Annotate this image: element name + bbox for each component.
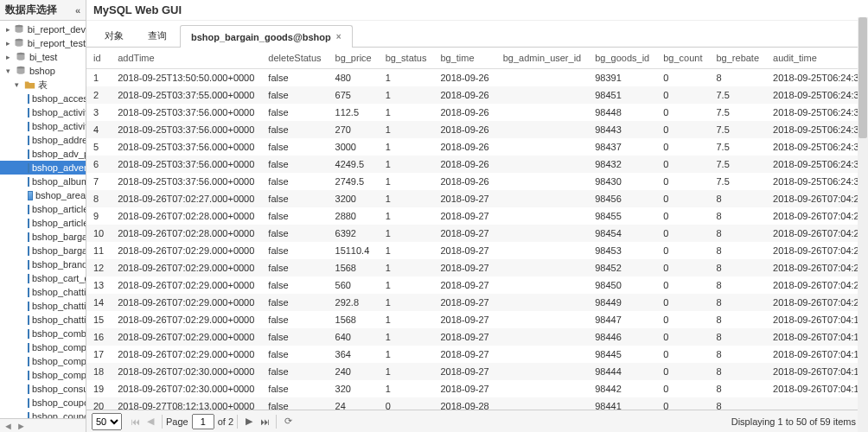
cell: 1568 bbox=[329, 259, 379, 276]
col-header[interactable]: deleteStatus bbox=[261, 48, 328, 69]
prev-page-icon[interactable]: ◀ bbox=[143, 414, 158, 429]
expand-icon[interactable]: ▸ bbox=[3, 39, 12, 48]
col-header[interactable]: addTime bbox=[111, 48, 261, 69]
cell: 2018-09-27 bbox=[433, 363, 495, 380]
collapse-icon[interactable]: « bbox=[75, 5, 80, 16]
refresh-icon[interactable]: ⟳ bbox=[280, 414, 296, 429]
table-node[interactable]: bshop_activity_goo bbox=[0, 119, 86, 133]
table-node[interactable]: bshop_consult bbox=[0, 382, 86, 396]
cell: 0 bbox=[656, 138, 709, 156]
expand-icon[interactable]: ▾ bbox=[12, 80, 22, 90]
scroll-left-icon[interactable]: ◄ bbox=[3, 421, 13, 431]
table-row[interactable]: 102018-09-26T07:02:28.000+0000false63921… bbox=[86, 225, 868, 242]
cell: 2018-09-27 bbox=[433, 276, 495, 294]
tab-objects[interactable]: 对象 bbox=[93, 24, 135, 47]
cell bbox=[496, 173, 589, 190]
table-node[interactable]: bshop_articleclass bbox=[0, 216, 86, 230]
table-node[interactable]: bshop_chattinglog bbox=[0, 313, 86, 327]
table-node[interactable]: bshop_complaint_g bbox=[0, 354, 86, 368]
table-icon bbox=[28, 329, 29, 339]
tab-result[interactable]: bshop_bargain_goods@bshop × bbox=[180, 25, 353, 48]
next-page-icon[interactable]: ▶ bbox=[241, 414, 257, 429]
table-row[interactable]: 162018-09-26T07:02:29.000+0000false64012… bbox=[86, 328, 868, 346]
page-input[interactable] bbox=[192, 414, 214, 429]
vertical-scrollbar[interactable] bbox=[858, 17, 868, 432]
scroll-right-icon[interactable]: ► bbox=[16, 421, 26, 431]
table-row[interactable]: 52018-09-25T03:37:56.000+0000false300012… bbox=[86, 138, 868, 156]
table-node[interactable]: bshop_accessory bbox=[0, 92, 86, 105]
cell: 2018-09-25T03:37:56.000+0000 bbox=[111, 173, 261, 190]
cell: 98437 bbox=[588, 138, 656, 156]
col-header[interactable]: bg_status bbox=[379, 48, 434, 69]
cell: 1 bbox=[379, 69, 434, 87]
cell: 2018-09-27 bbox=[433, 311, 495, 328]
table-node[interactable]: bshop_activity bbox=[0, 105, 86, 119]
table-row[interactable]: 62018-09-25T03:37:56.000+0000false4249.5… bbox=[86, 156, 868, 173]
table-row[interactable]: 42018-09-25T03:37:56.000+0000false270120… bbox=[86, 121, 868, 138]
table-label: bshop_accessory bbox=[32, 93, 86, 104]
expand-icon[interactable]: ▸ bbox=[3, 53, 13, 62]
table-row[interactable]: 112018-09-26T07:02:29.000+0000false15110… bbox=[86, 242, 868, 259]
table-node[interactable]: bshop_coupon bbox=[0, 396, 86, 410]
table-row[interactable]: 32018-09-25T03:37:56.000+0000false112.51… bbox=[86, 104, 868, 121]
table-node[interactable]: bshop_complaint_su bbox=[0, 368, 86, 382]
table-row[interactable]: 182018-09-26T07:02:30.000+0000false24012… bbox=[86, 363, 868, 380]
col-header[interactable]: bg_price bbox=[329, 48, 379, 69]
db-node[interactable]: ▾bshop bbox=[0, 64, 86, 78]
table-row[interactable]: 22018-09-25T03:37:55.000+0000false675120… bbox=[86, 86, 868, 104]
col-header[interactable]: bg_goods_id bbox=[588, 48, 656, 69]
table-node[interactable]: bshop_area bbox=[0, 188, 86, 202]
table-label: bshop_area bbox=[35, 190, 86, 200]
table-row[interactable]: 122018-09-26T07:02:29.000+0000false15681… bbox=[86, 259, 868, 276]
table-node[interactable]: bshop_combin_log bbox=[0, 327, 86, 340]
data-grid[interactable]: idaddTimedeleteStatusbg_pricebg_statusbg… bbox=[86, 48, 868, 410]
table-row[interactable]: 172018-09-26T07:02:29.000+0000false36412… bbox=[86, 346, 868, 363]
col-header[interactable]: bg_rebate bbox=[710, 48, 767, 69]
cell: 7.5 bbox=[710, 86, 767, 104]
table-label: bshop_coupon bbox=[32, 397, 86, 408]
table-row[interactable]: 152018-09-26T07:02:29.000+0000false15681… bbox=[86, 311, 868, 328]
table-node[interactable]: bshop_article bbox=[0, 202, 86, 216]
first-page-icon[interactable]: ⏮ bbox=[127, 414, 143, 429]
table-node[interactable]: bshop_chatting bbox=[0, 285, 86, 299]
col-header[interactable]: bg_admin_user_id bbox=[496, 48, 589, 69]
table-node[interactable]: bshop_chattingfrien bbox=[0, 299, 86, 313]
cell: 560 bbox=[329, 276, 379, 294]
tables-folder[interactable]: ▾表 bbox=[0, 78, 86, 92]
col-header[interactable]: bg_time bbox=[433, 48, 495, 69]
table-row[interactable]: 142018-09-26T07:02:29.000+0000false292.8… bbox=[86, 294, 868, 311]
table-node[interactable]: bshop_complaint bbox=[0, 340, 86, 354]
table-row[interactable]: 132018-09-26T07:02:29.000+0000false56012… bbox=[86, 276, 868, 294]
table-label: bshop_bargain_goo bbox=[32, 245, 86, 256]
table-node[interactable]: bshop_brandcategor bbox=[0, 257, 86, 271]
db-node[interactable]: ▸bi_report_test bbox=[0, 36, 86, 50]
table-row[interactable]: 72018-09-25T03:37:56.000+0000false2749.5… bbox=[86, 173, 868, 190]
expand-icon[interactable]: ▾ bbox=[3, 67, 13, 76]
db-node[interactable]: ▸bi_report_dev bbox=[0, 22, 86, 36]
page-size-select[interactable]: 50 bbox=[92, 413, 122, 430]
expand-icon[interactable]: ▸ bbox=[3, 25, 12, 35]
table-row[interactable]: 202018-09-27T08:12:13.000+0000false24020… bbox=[86, 397, 868, 410]
table-node[interactable]: bshop_bargain bbox=[0, 230, 86, 244]
table-node[interactable]: bshop_adv_pos bbox=[0, 147, 86, 161]
table-row[interactable]: 12018-09-25T13:50:50.000+0000false480120… bbox=[86, 69, 868, 87]
cell bbox=[496, 190, 589, 207]
table-row[interactable]: 92018-09-26T07:02:28.000+0000false288012… bbox=[86, 207, 868, 225]
table-node[interactable]: bshop_coupon_info bbox=[0, 410, 86, 418]
table-node[interactable]: bshop_bargain_goo bbox=[0, 244, 86, 257]
table-row[interactable]: 82018-09-26T07:02:27.000+0000false320012… bbox=[86, 190, 868, 207]
table-row[interactable]: 192018-09-26T07:02:30.000+0000false32012… bbox=[86, 380, 868, 397]
tab-query[interactable]: 查询 bbox=[137, 24, 178, 47]
table-icon bbox=[28, 149, 29, 159]
last-page-icon[interactable]: ⏭ bbox=[257, 414, 272, 429]
db-node[interactable]: ▸bi_test bbox=[0, 50, 86, 64]
table-node[interactable]: bshop_address bbox=[0, 133, 86, 147]
col-header[interactable]: id bbox=[86, 48, 111, 69]
table-node[interactable]: bshop_cart_gsp bbox=[0, 271, 86, 285]
table-node[interactable]: bshop_advert bbox=[0, 161, 86, 175]
col-header[interactable]: bg_count bbox=[656, 48, 709, 69]
col-header[interactable]: audit_time bbox=[766, 48, 868, 69]
sidebar-footer: ◄ ► bbox=[0, 418, 86, 432]
close-icon[interactable]: × bbox=[336, 32, 341, 41]
table-node[interactable]: bshop_album bbox=[0, 175, 86, 188]
